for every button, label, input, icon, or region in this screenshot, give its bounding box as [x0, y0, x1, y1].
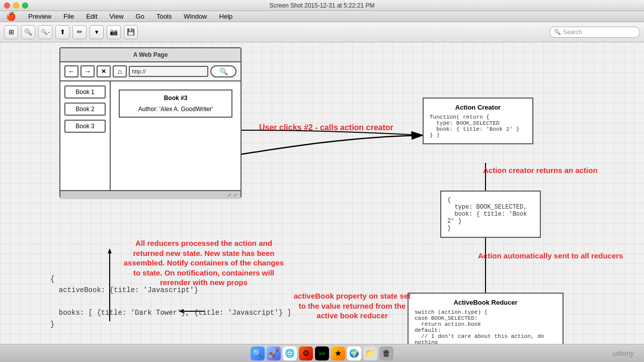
search-box[interactable]: 🔍 Search	[549, 27, 640, 38]
reducer-box: ActiveBook Reducer switch (action.type) …	[408, 293, 564, 344]
finder2-icon[interactable]: 📁	[363, 346, 377, 360]
menu-preview[interactable]: Preview	[26, 13, 53, 20]
action-creator-title: Action Creator	[430, 104, 526, 111]
finder-icon[interactable]: 🔍	[251, 346, 265, 360]
action-object-box: { type: BOOK_SELECTED, book: { title: 'B…	[440, 191, 541, 238]
app3-icon[interactable]: ⚙	[299, 346, 313, 360]
action-creator-returns-annotation: Action creator returns an action	[483, 165, 598, 175]
browser-mockup: A Web Page ← → ✕ ⌂ http:// 🔍 Book 1 Book…	[59, 47, 242, 198]
action-creator-box: Action Creator function( return { type: …	[423, 98, 533, 144]
book-2-button[interactable]: Book 2	[64, 103, 106, 116]
menu-edit[interactable]: Edit	[84, 13, 99, 20]
url-bar[interactable]: http://	[129, 66, 208, 77]
save-button[interactable]: 💾	[124, 25, 138, 39]
sidebar-toggle-button[interactable]: ⊞	[4, 25, 18, 39]
camera-button[interactable]: 📷	[107, 25, 121, 39]
forward-button[interactable]: →	[80, 65, 95, 77]
home-button[interactable]: ⌂	[113, 65, 127, 77]
svg-marker-3	[108, 248, 112, 253]
action-sent-annotation: Action automatically sent to all reducer…	[478, 251, 623, 261]
trash-icon[interactable]: 🗑	[379, 346, 393, 360]
chrome-icon[interactable]: 🌐	[283, 346, 297, 360]
book-detail-title: Book #3	[124, 95, 227, 102]
window-title: Screen Shot 2015-12-31 at 5:22:21 PM	[270, 2, 375, 9]
traffic-lights[interactable]	[4, 3, 28, 9]
menu-bar: 🍎 Preview File Edit View Go Tools Window…	[0, 11, 644, 22]
reducer-code: switch (action.type) { case BOOK_SELECTE…	[415, 309, 556, 344]
browser-search-button[interactable]: 🔍	[210, 65, 236, 77]
app6-icon[interactable]: 🌍	[347, 346, 361, 360]
book-list: Book 1 Book 2 Book 3	[60, 81, 111, 190]
title-bar: Screen Shot 2015-12-31 at 5:22:21 PM	[0, 0, 644, 11]
menu-help[interactable]: Help	[217, 13, 235, 20]
search-icon: 🔍	[554, 29, 561, 35]
action-creator-code: function( return { type: BOOK_SELECTED b…	[430, 114, 526, 138]
dock: 🔍 🚀 🌐 ⚙ >> ★ 🌍 📁 🗑 udemy	[0, 344, 644, 362]
toolbar: ⊞ 🔍 🔍- ⬆ ✏ ▾ 📷 💾 🔍 Search	[0, 22, 644, 42]
reducer-title: ActiveBook Reducer	[415, 299, 556, 306]
back-button[interactable]: ←	[64, 65, 78, 77]
browser-toolbar: ← → ✕ ⌂ http:// 🔍	[60, 62, 240, 81]
menu-go[interactable]: Go	[134, 13, 146, 20]
terminal-icon[interactable]: >>	[315, 346, 329, 360]
action-object-code: { type: BOOK_SELECTED, book: { title: 'B…	[447, 197, 534, 232]
pencil-button[interactable]: ✏	[72, 25, 87, 39]
pencil-down-button[interactable]: ▾	[90, 25, 104, 39]
search-placeholder: Search	[563, 29, 582, 36]
zoom-in-button[interactable]: 🔍	[21, 25, 35, 39]
browser-statusbar: ⟋⟋	[60, 190, 240, 199]
launchpad-icon[interactable]: 🚀	[267, 346, 281, 360]
book-3-button[interactable]: Book 3	[64, 120, 106, 133]
browser-content: Book 1 Book 2 Book 3 Book #3 Author: 'Al…	[60, 81, 240, 190]
canvas: A Web Page ← → ✕ ⌂ http:// 🔍 Book 1 Book…	[0, 42, 644, 344]
zoom-out-button[interactable]: 🔍-	[38, 25, 52, 39]
share-button[interactable]: ⬆	[55, 25, 69, 39]
user-clicks-annotation: User clicks #2 - calls action creator	[259, 123, 393, 133]
active-book-annotation: activeBook property on state set to the …	[292, 291, 413, 321]
menu-file[interactable]: File	[61, 13, 76, 20]
close-button[interactable]	[4, 3, 10, 9]
stop-button[interactable]: ✕	[97, 65, 111, 77]
menu-view[interactable]: View	[108, 13, 126, 20]
state-code-block: { activeBook: {title: 'Javascript'} book…	[50, 274, 291, 330]
maximize-button[interactable]	[22, 3, 28, 9]
app5-icon[interactable]: ★	[331, 346, 345, 360]
minimize-button[interactable]	[13, 3, 19, 9]
book-1-button[interactable]: Book 1	[64, 85, 106, 99]
state-code: { activeBook: {title: 'Javascript'} book…	[50, 274, 291, 330]
menu-tools[interactable]: Tools	[154, 13, 174, 20]
book-detail-author: Author: 'Alex A. GoodWriter'	[124, 106, 227, 113]
apple-menu[interactable]: 🍎	[4, 12, 18, 21]
menu-window[interactable]: Window	[182, 13, 209, 20]
browser-title: A Web Page	[60, 48, 240, 62]
udemy-label: udemy	[613, 349, 634, 357]
book-detail-panel: Book #3 Author: 'Alex A. GoodWriter'	[119, 89, 232, 118]
